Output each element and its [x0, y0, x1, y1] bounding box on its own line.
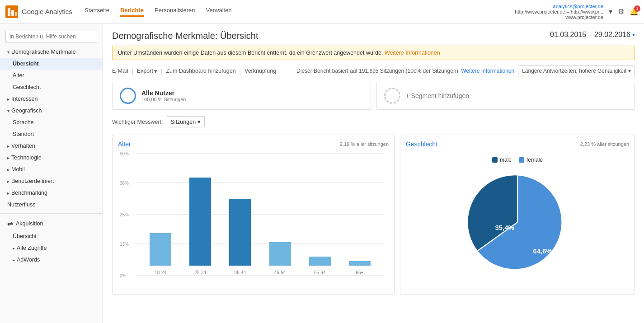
sidebar-label-sprache: Sprache	[13, 119, 34, 126]
sidebar-item-benutzerdefiniert[interactable]: ▸ Benutzerdefiniert	[0, 175, 103, 187]
grid-label-38: 38%	[120, 180, 129, 185]
segment-all-users[interactable]: Alle Nutzer 100,00 % Sitzungen	[112, 82, 371, 110]
sidebar-label-ubersicht: Übersicht	[13, 61, 39, 67]
sidebar: ▾ Demografische Merkmale Übersicht Alter…	[0, 23, 103, 323]
warning-banner: Unter Umständen wurden einige Daten aus …	[112, 46, 635, 60]
export-arrow: ▾	[154, 68, 157, 75]
age-chart-title[interactable]: Alter	[118, 140, 131, 148]
dashboard-button[interactable]: Zum Dashboard hinzufügen	[166, 68, 235, 74]
bar-group-18-24: 18-24	[150, 233, 171, 275]
sidebar-item-alter[interactable]: Alter	[0, 70, 103, 81]
nav-verwalten[interactable]: Verwalten	[206, 7, 232, 17]
sidebar-item-akq-ubersicht[interactable]: Übersicht	[0, 230, 103, 242]
svg-rect-3	[15, 12, 17, 16]
notification-badge: 1	[634, 5, 640, 12]
metric-label: Wichtiger Messwert:	[112, 119, 163, 125]
link-button[interactable]: Verknüpfung	[244, 68, 276, 74]
gender-chart-title[interactable]: Geschlecht	[406, 140, 437, 148]
accuracy-dropdown[interactable]: Längere Antwortzeiten, höhere Genauigkei…	[518, 66, 635, 76]
age-chart-header: Alter 2,19 % aller sitzungen	[118, 140, 389, 148]
sidebar-label-akq-ubersicht: Übersicht	[13, 233, 37, 239]
settings-button[interactable]: ⚙	[618, 7, 624, 16]
accuracy-arrow: ▾	[628, 68, 631, 74]
sidebar-item-technologie[interactable]: ▸ Technologie	[0, 152, 103, 164]
segment-add[interactable]: + Segment hinzufügen	[376, 82, 635, 110]
age-bar-chart: 50% 38% 25% 13%	[118, 153, 389, 289]
sessions-info: Dieser Bericht basiert auf 191.695 Sitzu…	[296, 68, 514, 74]
sidebar-label-geschlecht: Geschlecht	[13, 84, 41, 90]
account-email[interactable]: analytics@projecter.de	[553, 4, 603, 9]
warning-link[interactable]: Weitere Informationen	[385, 50, 440, 56]
metric-dropdown[interactable]: Sitzungen ▾	[167, 116, 205, 127]
nav-startseite[interactable]: Startseite	[85, 7, 109, 17]
content-header: Demografische Merkmale: Übersicht 01.03.…	[112, 31, 635, 41]
bars-container: 18-24 25-34 35-44	[136, 153, 384, 275]
grid-line-0: 0%	[136, 275, 384, 276]
bar-chart-inner: 50% 38% 25% 13%	[136, 153, 384, 275]
sidebar-label-standort: Standort	[13, 131, 34, 137]
age-chart-subtitle: 2,19 % aller sitzungen	[340, 141, 389, 147]
sidebar-item-mobil[interactable]: ▸ Mobil	[0, 164, 103, 175]
sidebar-label-alter: Alter	[13, 72, 24, 79]
pie-container: 35,4% 64,6%	[465, 170, 569, 274]
metric-value: Sitzungen	[171, 119, 196, 125]
notifications-button[interactable]: 🔔 1	[630, 7, 639, 16]
export-dropdown[interactable]: Export ▾	[137, 68, 157, 75]
top-nav: Google Analytics Startseite Berichte Per…	[0, 0, 644, 23]
sidebar-label-benutzerdefiniert: Benutzerdefiniert	[11, 178, 54, 184]
sidebar-label-alle-zugriffe: Alle Zugriffe	[17, 245, 47, 251]
sidebar-label-verhalten: Verhalten	[11, 143, 35, 149]
grid-label-50: 50%	[120, 151, 129, 156]
bar-25-34	[189, 178, 211, 266]
sidebar-item-verhalten[interactable]: ▸ Verhalten	[0, 140, 103, 152]
account-url2: www.projecter.de	[515, 14, 603, 20]
expand-arrow-adwords: ▸	[13, 257, 15, 262]
page-title: Demografische Merkmale: Übersicht	[112, 31, 258, 41]
ga-logo-icon	[5, 5, 18, 18]
grid-label-25: 25%	[120, 212, 129, 217]
bar-35-44	[229, 199, 251, 266]
sidebar-item-nutzerfluss[interactable]: Nutzerfluss	[0, 199, 103, 211]
svg-rect-1	[8, 8, 10, 16]
sidebar-item-alle-zugriffe[interactable]: ▸ Alle Zugriffe	[0, 242, 103, 254]
sidebar-item-standort[interactable]: Standort	[0, 128, 103, 140]
bar-label-45-54: 45-54	[274, 270, 286, 275]
sidebar-item-ubersicht[interactable]: Übersicht	[0, 58, 103, 70]
search-input[interactable]	[5, 31, 97, 42]
sidebar-item-adwords[interactable]: ▸ AdWords	[0, 254, 103, 266]
pie-chart-area: male female	[406, 153, 629, 274]
pie-label-female: 64,6%	[533, 247, 552, 255]
warning-text: Unter Umständen wurden einige Daten aus …	[118, 50, 383, 56]
nav-personalisieren[interactable]: Personalisieren	[155, 7, 195, 17]
gender-chart-header: Geschlecht 2,23 % aller sitzungen	[406, 140, 629, 148]
date-range-selector[interactable]: 01.03.2015 – 29.02.2016 ▾	[550, 31, 635, 39]
pie-svg: 35,4% 64,6%	[465, 170, 569, 274]
bar-label-25-34: 25-34	[194, 270, 206, 275]
account-dropdown-button[interactable]: ▾	[609, 7, 612, 16]
sidebar-item-akquisition[interactable]: ⇌ Akquisition	[0, 216, 103, 230]
sidebar-item-demografische-merkmale[interactable]: ▾ Demografische Merkmale	[0, 46, 103, 58]
sidebar-label-nutzerfluss: Nutzerfluss	[7, 201, 36, 208]
nav-berichte[interactable]: Berichte	[120, 7, 144, 17]
pie-legend: male female	[492, 157, 543, 163]
gender-chart: Geschlecht 2,23 % aller sitzungen male f…	[400, 135, 635, 295]
expand-arrow-geo: ▾	[7, 108, 9, 113]
sidebar-item-interessen[interactable]: ▸ Interessen	[0, 93, 103, 105]
metric-row: Wichtiger Messwert: Sitzungen ▾	[112, 116, 635, 127]
expand-arrow-zugriffe: ▸	[13, 246, 15, 251]
sidebar-item-geografisch[interactable]: ▾ Geografisch	[0, 105, 103, 117]
bar-label-35-44: 35-44	[235, 270, 246, 275]
legend-label-female: female	[526, 157, 543, 163]
sidebar-item-sprache[interactable]: Sprache	[0, 117, 103, 128]
email-button[interactable]: E-Mail	[112, 68, 128, 74]
legend-label-male: male	[500, 157, 512, 163]
expand-arrow-verhalten: ▸	[7, 144, 9, 149]
sessions-link[interactable]: Weitere Informationen	[461, 68, 514, 74]
sidebar-label-interessen: Interessen	[11, 96, 38, 102]
sidebar-label-benchmarking: Benchmarking	[11, 190, 47, 196]
sidebar-item-benchmarking[interactable]: ▸ Benchmarking	[0, 187, 103, 199]
expand-arrow-benutzer: ▸	[7, 179, 9, 184]
sidebar-item-geschlecht[interactable]: Geschlecht	[0, 81, 103, 93]
bar-group-65plus: 65+	[349, 261, 371, 275]
grid-label-0: 0%	[120, 273, 126, 278]
